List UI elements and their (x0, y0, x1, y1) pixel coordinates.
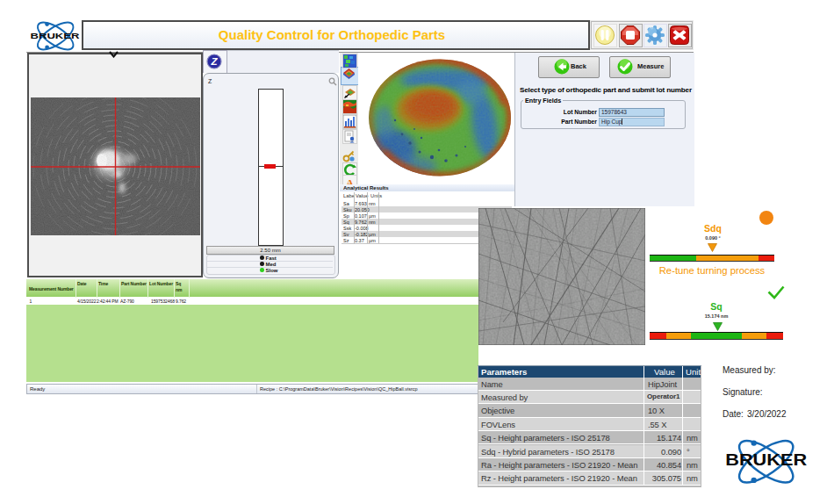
svg-text:Z: Z (210, 56, 218, 67)
svg-text:BRUKER: BRUKER (725, 451, 807, 469)
svg-text:BRUKER: BRUKER (31, 32, 80, 40)
